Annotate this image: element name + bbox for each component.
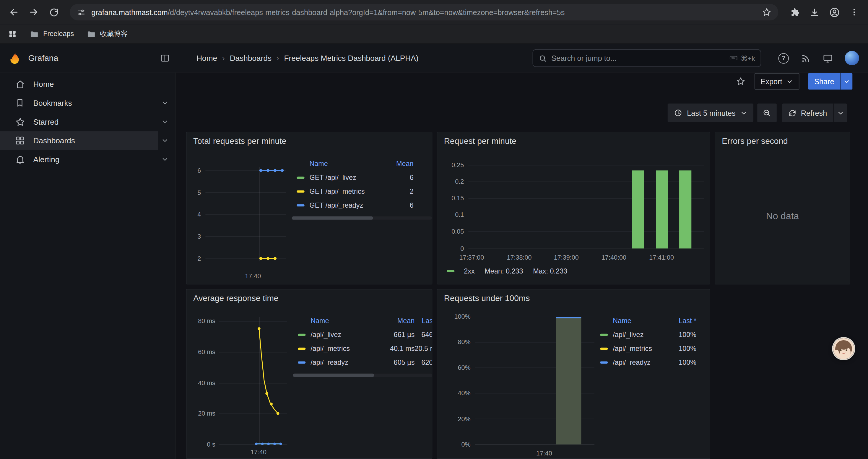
series-color-yellow	[600, 347, 608, 350]
legend-row[interactable]: GET /api/_readyz 6	[291, 198, 432, 212]
under-100ms-chart: 100% 80% 60% 40% 20% 0% 17:40	[444, 307, 592, 458]
avatar-image	[833, 338, 854, 359]
breadcrumb-current: Freeleaps Metrics Dashboard (ALPHA)	[284, 54, 418, 62]
line-chart-plot	[219, 317, 287, 447]
sidebar-item-starred[interactable]: Starred	[0, 112, 176, 131]
search-input[interactable]: Search or jump to... ⌘+k	[533, 49, 761, 67]
time-controls: Last 5 minutes Refresh	[668, 103, 847, 122]
bookmark-star-icon[interactable]	[762, 7, 772, 17]
sidebar-item-home[interactable]: Home	[0, 75, 176, 94]
legend-row[interactable]: /api/_metrics 100%	[598, 341, 696, 355]
forward-icon[interactable]	[24, 3, 43, 22]
legend-row[interactable]: GET /api/_livez 6	[291, 170, 432, 184]
chevron-down-icon	[740, 109, 747, 117]
series-name[interactable]: 2xx	[464, 267, 474, 275]
refresh-icon	[788, 109, 797, 117]
share-dropdown-button[interactable]	[840, 73, 852, 90]
legend-header-name[interactable]: Name	[311, 317, 383, 325]
chevron-down-icon	[786, 78, 793, 85]
scrollbar-thumb[interactable]	[291, 217, 373, 220]
url-text: grafana.mathmast.com/d/deytv4rwavabkb/fr…	[91, 8, 756, 16]
keyboard-icon	[729, 54, 738, 63]
bookmark-label: Freeleaps	[43, 30, 74, 37]
grafana-logo[interactable]	[8, 51, 22, 65]
bookmark-folder-freeleaps[interactable]: Freeleaps	[29, 29, 74, 38]
chevron-down-icon[interactable]	[161, 137, 169, 144]
series-name: /api/_metrics	[613, 345, 669, 352]
series-name: /api/_readyz	[613, 358, 669, 366]
breadcrumb-home[interactable]: Home	[196, 54, 217, 62]
chevron-down-icon[interactable]	[161, 99, 169, 107]
site-settings-icon[interactable]	[76, 7, 86, 17]
series-name: /api/_metrics	[311, 345, 383, 352]
x-tick: 17:40	[236, 272, 270, 280]
news-rss-icon[interactable]	[800, 53, 811, 64]
chevron-down-icon[interactable]	[161, 118, 169, 126]
legend-header-last[interactable]: Last *	[669, 317, 696, 325]
y-tick: 20%	[444, 415, 471, 423]
user-avatar[interactable]	[845, 51, 859, 65]
zoom-out-button[interactable]	[757, 103, 777, 122]
refresh-button-group: Refresh	[782, 103, 847, 122]
y-tick: 0.2	[444, 177, 464, 185]
refresh-button[interactable]: Refresh	[782, 103, 833, 122]
panel-title[interactable]: Requests under 100ms	[437, 290, 710, 306]
mega-menu-toggle-icon[interactable]	[160, 53, 170, 63]
time-range-picker[interactable]: Last 5 minutes	[668, 103, 753, 122]
header-actions: ?	[778, 44, 859, 72]
y-tick: 2	[193, 255, 201, 262]
browser-toolbar: grafana.mathmast.com/d/deytv4rwavabkb/fr…	[0, 0, 868, 24]
x-tick: 17:39:00	[547, 254, 586, 261]
panel-title[interactable]: Errors per second	[715, 132, 850, 149]
scrollbar-thumb[interactable]	[293, 374, 374, 377]
refresh-interval-dropdown[interactable]	[833, 103, 847, 122]
legend-row[interactable]: /api/_livez 661 µs 646	[293, 328, 432, 341]
monitor-icon[interactable]	[823, 53, 833, 64]
extensions-icon[interactable]	[785, 3, 804, 22]
series-name: /api/_livez	[311, 331, 383, 338]
panel-title[interactable]: Average response time	[186, 290, 432, 306]
share-button[interactable]: Share	[808, 73, 840, 90]
legend-row[interactable]: /api/_metrics 40.1 ms 20.5 m	[293, 341, 432, 355]
legend-header-name[interactable]: Name	[613, 317, 669, 325]
legend-header-last[interactable]: Las	[414, 317, 432, 325]
apps-grid-icon[interactable]	[8, 29, 17, 38]
dashboards-grid-icon	[14, 136, 25, 145]
y-tick: 60%	[444, 364, 471, 371]
panel-errors-per-second: Errors per second No data	[715, 132, 850, 285]
x-tick: 17:40	[528, 449, 561, 457]
sidebar-item-dashboards[interactable]: Dashboards	[0, 131, 176, 150]
browser-menu-icon[interactable]	[845, 3, 864, 22]
sidebar-item-alerting[interactable]: Alerting	[0, 150, 176, 169]
bar-chart-plot	[468, 165, 704, 249]
panel-title[interactable]: Request per minute	[437, 132, 710, 149]
dashboard-main: Export Share Last 5 minutes	[176, 72, 868, 459]
export-button[interactable]: Export	[754, 73, 800, 90]
legend-row[interactable]: /api/_livez 100%	[598, 328, 696, 341]
legend-header-name[interactable]: Name	[309, 160, 382, 167]
chevron-down-icon[interactable]	[161, 156, 169, 163]
panel-title[interactable]: Total requests per minute	[186, 132, 432, 149]
floating-assistant-avatar[interactable]	[833, 338, 854, 359]
help-icon[interactable]: ?	[778, 53, 789, 64]
y-tick: 0.1	[444, 211, 464, 219]
profile-icon[interactable]	[825, 3, 844, 22]
bookmark-folder-blogs[interactable]: 收藏博客	[86, 29, 128, 38]
back-icon[interactable]	[4, 3, 23, 22]
series-color-yellow	[297, 190, 304, 192]
legend-header-mean[interactable]: Mean	[383, 317, 414, 325]
legend-header-mean[interactable]: Mean	[382, 160, 414, 167]
breadcrumb-dashboards[interactable]: Dashboards	[230, 54, 272, 62]
y-tick: 0	[444, 244, 464, 252]
favorite-star-icon[interactable]	[736, 76, 746, 87]
sidebar-item-bookmarks[interactable]: Bookmarks	[0, 94, 176, 112]
y-tick: 20 ms	[193, 410, 215, 417]
legend-row[interactable]: /api/_readyz 100%	[598, 355, 696, 369]
reload-icon[interactable]	[44, 3, 63, 22]
legend-row[interactable]: /api/_readyz 605 µs 620	[293, 355, 432, 369]
url-bar[interactable]: grafana.mathmast.com/d/deytv4rwavabkb/fr…	[70, 4, 778, 21]
y-tick: 60 ms	[193, 348, 215, 356]
downloads-icon[interactable]	[805, 3, 824, 22]
legend-row[interactable]: GET /api/_metrics 2	[291, 184, 432, 198]
series-last: 100%	[669, 331, 696, 338]
